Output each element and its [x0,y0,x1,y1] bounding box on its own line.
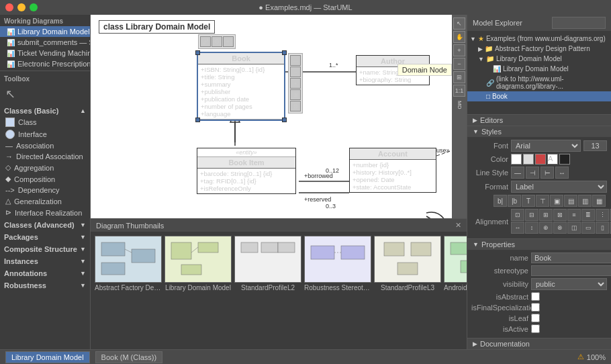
line-style-btn-3[interactable]: ⊢ [540,167,554,179]
close-button[interactable] [5,3,13,11]
account-box[interactable]: Account +number {id} +history: History[0… [349,148,436,193]
prop-visibility-select[interactable]: public private protected [531,278,607,290]
documentation-section-title[interactable]: ▶ Documentation [467,338,611,349]
toolbar-btn[interactable]: + [223,36,234,47]
book-item-box[interactable]: «entity» Book Item +barcode: String[0..1… [197,148,296,194]
tree-item-abstract-factory[interactable]: ▶ 📁 Abstract Factory Design Pattern [467,44,611,54]
toolbox-directed-association[interactable]: → Directed Association [0,151,90,162]
actual-size-tool[interactable]: 1:1 [453,85,465,97]
prop-is-active-checkbox[interactable] [531,324,540,333]
status-tab-library[interactable]: Library Domain Model [5,351,90,363]
align-btn[interactable]: ↔ [511,222,524,234]
fit-tool[interactable]: ⊞ [453,71,465,83]
sidebar-item-electronic-prescriptions[interactable]: 📊 Electronic Prescriptions —... [0,58,90,69]
fmt-btn-more2[interactable]: ▤ [564,195,577,207]
sidebar-item-submit-comments[interactable]: 📊 submit_comments — Subm... [0,37,90,48]
align-btn[interactable]: ↕ [525,222,538,234]
font-size-input[interactable] [583,140,607,151]
fmt-btn-more3[interactable]: ▥ [578,195,592,207]
expand-arrow[interactable]: ▼ [478,56,484,62]
properties-section-title[interactable]: ▼ Properties [467,239,611,250]
fmt-btn-ti[interactable]: T [522,195,535,207]
thumbnail-item[interactable]: Android Camera Imple... [444,236,467,293]
align-btn[interactable]: ⊞ [539,209,553,221]
color-black[interactable] [559,154,570,165]
thumbnail-item[interactable]: Robustness Stereotyp... [304,236,371,293]
toolbox-interface-realization[interactable]: ⊳ Interface Realization [0,207,90,218]
expand-arrow[interactable]: ▼ [470,36,476,42]
fmt-btn-tc[interactable]: ⊤ [536,195,549,207]
align-btn[interactable]: ⋮ [596,209,609,221]
color-transparent[interactable]: A [547,154,558,165]
thumbnail-item[interactable]: Library Domain Model [164,236,232,293]
align-btn[interactable]: ⊕ [539,222,553,234]
tree-item-library-domain-model[interactable]: ▶ 📊 Library Domain Model [467,64,611,74]
diagram-canvas[interactable]: class Library Domain Model 1..* +borrowe… [91,15,467,218]
rt-btn[interactable]: + [290,78,301,89]
minimize-button[interactable] [17,3,26,11]
hand-tool[interactable]: ✋ [453,31,465,43]
fmt-btn-bl[interactable]: b| [493,195,507,207]
toolbox-generalization[interactable]: △ Generalization [0,195,90,207]
robustness-group[interactable]: Robustness ▼ [0,279,90,291]
color-gray[interactable] [523,154,534,165]
rt-btn[interactable]: ← [290,66,301,77]
rt-btn[interactable]: — [290,55,301,66]
rt-btn[interactable]: ⊞ [290,89,301,100]
rt-btn[interactable]: ⊡ [290,101,301,111]
thumbnail-item[interactable]: Abstract Factory Desig... [95,236,162,293]
toolbar-btn[interactable]: 🖊 [200,36,211,47]
tree-item-examples[interactable]: ▼ ★ Examples (from www.uml-diagrams.org) [467,34,611,44]
prop-is-leaf-checkbox[interactable] [531,314,540,322]
styles-section-title[interactable]: ▼ Styles [467,126,611,137]
book-box[interactable]: Book 🖊 ⚙ + — ← + ⊞ ⊡ [197,52,285,121]
composite-structure-group[interactable]: Composite Structure ▼ [0,242,90,255]
format-select[interactable]: Label [511,181,607,193]
align-btn[interactable]: ≣ [581,209,595,221]
thumbnail-item[interactable]: StandardProfileL2 [234,236,301,293]
align-btn[interactable]: ▯ [596,222,609,234]
toolbar-btn[interactable]: ⚙ [211,36,222,47]
expand-arrow[interactable]: ▶ [478,46,483,52]
fmt-btn-br[interactable]: |b [508,195,521,207]
tree-item-book[interactable]: □ Book [467,91,611,101]
toolbox-dependency[interactable]: --> Dependency [0,185,90,195]
prop-is-abstract-checkbox[interactable] [531,292,540,301]
align-btn[interactable]: ⊠ [553,209,567,221]
align-btn[interactable]: ▭ [581,222,595,234]
color-white[interactable] [511,154,522,165]
sidebar-item-library-domain[interactable]: 📊 Library Domain Model —... [0,26,90,37]
thumbnail-item[interactable]: StandardProfileL3 [374,236,441,293]
status-tab-book[interactable]: Book (M (Class)) [95,351,163,363]
align-btn[interactable]: ⊗ [553,222,567,234]
uml-diagram[interactable]: class Library Domain Model 1..* +borrowe… [91,15,452,218]
annotations-group[interactable]: Annotations ▼ [0,267,90,279]
prop-stereotype-input[interactable] [531,265,611,276]
zoom-in-tool[interactable]: + [453,44,465,56]
model-explorer-search[interactable] [552,17,606,29]
toolbox-composition[interactable]: ◆ Composition [0,173,90,185]
thumbnails-close-button[interactable]: ✕ [455,221,461,230]
toolbox-aggregation[interactable]: ◇ Aggregation [0,162,90,173]
maximize-button[interactable] [30,3,38,11]
color-red[interactable] [535,154,546,165]
classes-advanced-group[interactable]: Classes (Advanced) ▼ [0,218,90,230]
toolbox-association[interactable]: — Association [0,140,90,151]
sidebar-item-ticket-vending[interactable]: 📊 Ticket Vending Machine —... [0,48,90,58]
author-box[interactable]: Author +name: String +biography: String [356,55,430,85]
fmt-btn-more1[interactable]: ▣ [550,195,563,207]
line-style-btn-4[interactable]: ↔ [555,167,569,179]
align-btn[interactable]: ≡ [567,209,581,221]
editors-section-title[interactable]: ▶ Editors [467,115,611,126]
toolbox-class[interactable]: Class [0,116,90,128]
align-btn[interactable]: ⊡ [511,209,524,221]
prop-name-input[interactable] [531,253,611,263]
align-btn[interactable]: ⊟ [525,209,538,221]
toolbox-interface[interactable]: Interface [0,128,90,140]
tree-item-link[interactable]: 🔗 (link to http://www.uml-diagrams.org/l… [467,74,611,91]
classes-basic-group[interactable]: Classes (Basic) ▲ [0,104,90,116]
align-btn[interactable]: ◫ [567,222,581,234]
select-tool[interactable]: ↖ [453,17,465,30]
zoom-out-tool[interactable]: − [453,58,465,70]
instances-group[interactable]: Instances ▼ [0,255,90,267]
